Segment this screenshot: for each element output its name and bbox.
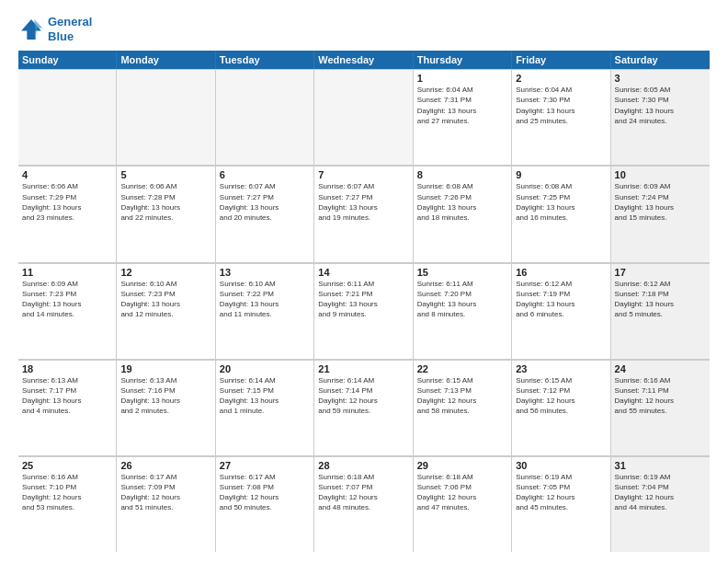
day-number: 21 [318,363,408,374]
calendar-cell: 31Sunrise: 6:19 AM Sunset: 7:04 PM Dayli… [611,456,710,552]
calendar-cell: 6Sunrise: 6:07 AM Sunset: 7:27 PM Daylig… [216,166,314,261]
day-number: 4 [22,169,112,180]
day-number: 28 [318,460,408,471]
cell-info: Sunrise: 6:05 AM Sunset: 7:30 PM Dayligh… [615,85,706,126]
cell-info: Sunrise: 6:04 AM Sunset: 7:31 PM Dayligh… [417,85,507,126]
logo-text: General Blue [48,15,92,43]
cell-info: Sunrise: 6:18 AM Sunset: 7:07 PM Dayligh… [318,472,408,513]
day-number: 8 [417,169,507,180]
cell-info: Sunrise: 6:18 AM Sunset: 7:06 PM Dayligh… [417,472,507,513]
cell-info: Sunrise: 6:08 AM Sunset: 7:26 PM Dayligh… [417,181,507,223]
calendar-cell [117,69,215,165]
day-number: 29 [417,460,507,471]
cell-info: Sunrise: 6:17 AM Sunset: 7:08 PM Dayligh… [220,472,310,513]
logo-icon [18,17,44,42]
calendar-cell: 20Sunrise: 6:14 AM Sunset: 7:15 PM Dayli… [216,360,314,455]
calendar-cell: 21Sunrise: 6:14 AM Sunset: 7:14 PM Dayli… [314,360,413,455]
calendar-cell: 3Sunrise: 6:05 AM Sunset: 7:30 PM Daylig… [611,69,710,165]
calendar-header-cell: Friday [512,51,610,69]
calendar-cell: 16Sunrise: 6:12 AM Sunset: 7:19 PM Dayli… [512,263,610,359]
day-number: 10 [615,169,706,180]
cell-info: Sunrise: 6:10 AM Sunset: 7:22 PM Dayligh… [220,279,310,320]
day-number: 5 [120,169,210,180]
calendar-cell: 12Sunrise: 6:10 AM Sunset: 7:23 PM Dayli… [117,263,215,359]
calendar-header-cell: Wednesday [314,51,413,69]
calendar-cell: 15Sunrise: 6:11 AM Sunset: 7:20 PM Dayli… [414,263,512,359]
calendar-cell: 4Sunrise: 6:06 AM Sunset: 7:29 PM Daylig… [18,166,117,261]
calendar-cell: 8Sunrise: 6:08 AM Sunset: 7:26 PM Daylig… [414,166,512,261]
header: General Blue [18,15,710,43]
cell-info: Sunrise: 6:17 AM Sunset: 7:09 PM Dayligh… [120,472,210,513]
calendar-header-cell: Thursday [414,51,512,69]
day-number: 9 [516,169,606,180]
day-number: 16 [516,267,606,278]
cell-info: Sunrise: 6:09 AM Sunset: 7:23 PM Dayligh… [22,279,112,320]
calendar-cell: 10Sunrise: 6:09 AM Sunset: 7:24 PM Dayli… [611,166,710,261]
calendar-header-cell: Tuesday [216,51,314,69]
calendar-cell: 18Sunrise: 6:13 AM Sunset: 7:17 PM Dayli… [18,360,117,455]
calendar-cell: 1Sunrise: 6:04 AM Sunset: 7:31 PM Daylig… [414,69,512,165]
cell-info: Sunrise: 6:16 AM Sunset: 7:11 PM Dayligh… [615,375,706,417]
day-number: 17 [615,267,706,278]
calendar-cell: 17Sunrise: 6:12 AM Sunset: 7:18 PM Dayli… [611,263,710,359]
cell-info: Sunrise: 6:12 AM Sunset: 7:18 PM Dayligh… [615,279,706,320]
calendar-header: SundayMondayTuesdayWednesdayThursdayFrid… [18,51,710,69]
calendar-cell: 29Sunrise: 6:18 AM Sunset: 7:06 PM Dayli… [414,456,512,552]
calendar-cell: 25Sunrise: 6:16 AM Sunset: 7:10 PM Dayli… [18,456,117,552]
day-number: 13 [220,267,310,278]
cell-info: Sunrise: 6:13 AM Sunset: 7:17 PM Dayligh… [22,375,112,417]
logo: General Blue [18,15,92,43]
cell-info: Sunrise: 6:16 AM Sunset: 7:10 PM Dayligh… [22,472,112,513]
day-number: 22 [417,363,507,374]
cell-info: Sunrise: 6:15 AM Sunset: 7:13 PM Dayligh… [417,375,507,417]
calendar-cell: 7Sunrise: 6:07 AM Sunset: 7:27 PM Daylig… [314,166,413,261]
calendar-cell: 22Sunrise: 6:15 AM Sunset: 7:13 PM Dayli… [414,360,512,455]
day-number: 24 [615,363,706,374]
calendar-cell: 30Sunrise: 6:19 AM Sunset: 7:05 PM Dayli… [512,456,610,552]
cell-info: Sunrise: 6:14 AM Sunset: 7:14 PM Dayligh… [318,375,408,417]
calendar-header-cell: Saturday [611,51,710,69]
day-number: 3 [615,73,706,84]
day-number: 30 [516,460,606,471]
calendar-week-row: 18Sunrise: 6:13 AM Sunset: 7:17 PM Dayli… [18,360,710,456]
day-number: 19 [120,363,210,374]
day-number: 7 [318,169,408,180]
day-number: 11 [22,267,112,278]
day-number: 1 [417,73,507,84]
cell-info: Sunrise: 6:15 AM Sunset: 7:12 PM Dayligh… [516,375,606,417]
calendar-cell: 28Sunrise: 6:18 AM Sunset: 7:07 PM Dayli… [314,456,413,552]
calendar-week-row: 1Sunrise: 6:04 AM Sunset: 7:31 PM Daylig… [18,69,710,166]
calendar-header-cell: Monday [117,51,215,69]
calendar-cell: 9Sunrise: 6:08 AM Sunset: 7:25 PM Daylig… [512,166,610,261]
calendar: SundayMondayTuesdayWednesdayThursdayFrid… [18,51,710,552]
cell-info: Sunrise: 6:19 AM Sunset: 7:05 PM Dayligh… [516,472,606,513]
calendar-cell: 11Sunrise: 6:09 AM Sunset: 7:23 PM Dayli… [18,263,117,359]
calendar-cell: 19Sunrise: 6:13 AM Sunset: 7:16 PM Dayli… [117,360,215,455]
day-number: 31 [615,460,706,471]
day-number: 25 [22,460,112,471]
calendar-week-row: 4Sunrise: 6:06 AM Sunset: 7:29 PM Daylig… [18,166,710,262]
cell-info: Sunrise: 6:19 AM Sunset: 7:04 PM Dayligh… [615,472,706,513]
cell-info: Sunrise: 6:07 AM Sunset: 7:27 PM Dayligh… [318,181,408,223]
cell-info: Sunrise: 6:06 AM Sunset: 7:28 PM Dayligh… [120,181,210,223]
day-number: 14 [318,267,408,278]
calendar-cell: 5Sunrise: 6:06 AM Sunset: 7:28 PM Daylig… [117,166,215,261]
cell-info: Sunrise: 6:10 AM Sunset: 7:23 PM Dayligh… [120,279,210,320]
cell-info: Sunrise: 6:12 AM Sunset: 7:19 PM Dayligh… [516,279,606,320]
day-number: 18 [22,363,112,374]
day-number: 2 [516,73,606,84]
calendar-cell [216,69,314,165]
cell-info: Sunrise: 6:07 AM Sunset: 7:27 PM Dayligh… [220,181,310,223]
page: General Blue SundayMondayTuesdayWednesda… [0,0,728,563]
calendar-body: 1Sunrise: 6:04 AM Sunset: 7:31 PM Daylig… [18,69,710,552]
calendar-cell: 2Sunrise: 6:04 AM Sunset: 7:30 PM Daylig… [512,69,610,165]
calendar-week-row: 25Sunrise: 6:16 AM Sunset: 7:10 PM Dayli… [18,456,710,552]
day-number: 26 [120,460,210,471]
cell-info: Sunrise: 6:13 AM Sunset: 7:16 PM Dayligh… [120,375,210,417]
cell-info: Sunrise: 6:06 AM Sunset: 7:29 PM Dayligh… [22,181,112,223]
cell-info: Sunrise: 6:11 AM Sunset: 7:20 PM Dayligh… [417,279,507,320]
calendar-cell [18,69,117,165]
calendar-cell: 13Sunrise: 6:10 AM Sunset: 7:22 PM Dayli… [216,263,314,359]
cell-info: Sunrise: 6:04 AM Sunset: 7:30 PM Dayligh… [516,85,606,126]
cell-info: Sunrise: 6:11 AM Sunset: 7:21 PM Dayligh… [318,279,408,320]
